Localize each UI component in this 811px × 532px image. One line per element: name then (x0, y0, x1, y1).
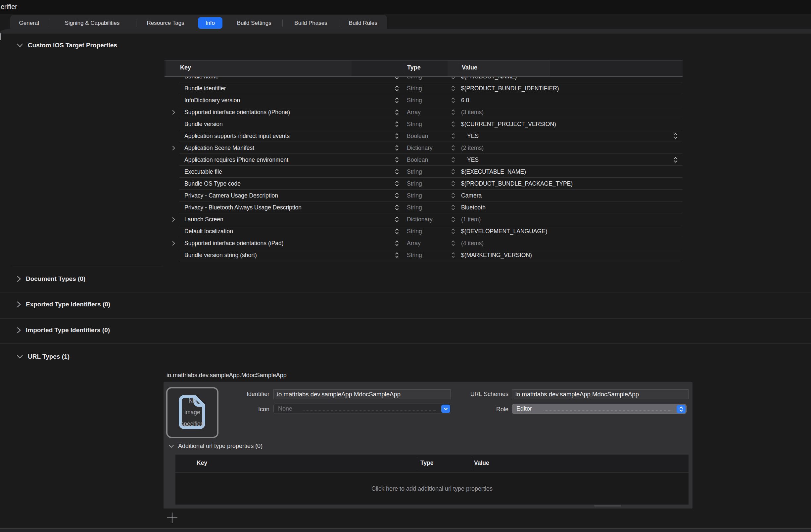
property-key[interactable]: Privacy - Camera Usage Description (184, 192, 278, 199)
section-document-types[interactable]: Document Types (0) (17, 275, 86, 283)
property-key[interactable]: Supported interface orientations (iPad) (184, 240, 284, 247)
property-type[interactable]: String (407, 85, 422, 92)
property-key[interactable]: Privacy - Bluetooth Always Usage Descrip… (184, 204, 302, 211)
property-type[interactable]: Array (407, 109, 421, 116)
type-stepper-icon[interactable] (451, 227, 455, 237)
type-stepper-icon[interactable] (451, 203, 455, 213)
add-url-type-button[interactable] (167, 512, 178, 523)
property-key[interactable]: Executable file (184, 168, 222, 175)
additional-url-type-properties-header[interactable]: Additional url type properties (0) (168, 443, 262, 450)
property-type[interactable]: String (407, 228, 422, 235)
section-exported-type-identifiers[interactable]: Exported Type Identifiers (0) (17, 301, 110, 308)
property-row[interactable]: Bundle identifierString$(PRODUCT_BUNDLE_… (165, 82, 683, 94)
popup-updown-button[interactable] (677, 405, 686, 413)
chevron-right-icon[interactable] (17, 327, 21, 333)
property-row[interactable]: Bundle OS Type codeString$(PRODUCT_BUNDL… (165, 178, 683, 190)
property-row[interactable]: Application Scene ManifestDictionary(2 i… (165, 142, 683, 154)
property-row[interactable]: Application requires iPhone environmentB… (165, 154, 683, 166)
key-stepper-icon[interactable] (395, 132, 399, 141)
chevron-right-icon[interactable] (17, 301, 21, 308)
key-stepper-icon[interactable] (395, 203, 399, 213)
type-stepper-icon[interactable] (451, 77, 455, 82)
tab-info[interactable]: Info (198, 17, 223, 29)
property-key[interactable]: Application requires iPhone environment (184, 156, 288, 163)
property-row[interactable]: Launch ScreenDictionary(1 item) (165, 214, 683, 225)
property-key[interactable]: Application Scene Manifest (184, 144, 254, 152)
key-stepper-icon[interactable] (395, 156, 399, 165)
key-stepper-icon[interactable] (395, 144, 399, 153)
property-key[interactable]: Bundle version (184, 121, 223, 128)
property-type[interactable]: String (407, 252, 422, 259)
property-key[interactable]: Bundle version string (short) (184, 252, 257, 259)
type-stepper-icon[interactable] (451, 108, 455, 118)
url-schemes-field[interactable]: io.mattrlabs.dev.sampleApp.MdocSampleApp (512, 389, 689, 399)
property-row[interactable]: Application supports indirect input even… (165, 130, 683, 142)
section-url-types[interactable]: URL Types (1) (17, 353, 70, 360)
key-stepper-icon[interactable] (395, 215, 399, 225)
type-stepper-icon[interactable] (451, 120, 455, 129)
property-type[interactable]: Boolean (407, 156, 428, 163)
role-popup-button[interactable]: Editor (512, 404, 687, 414)
value-stepper-icon[interactable] (674, 156, 678, 165)
value-stepper-icon[interactable] (674, 132, 678, 141)
property-type[interactable]: Dictionary (407, 216, 433, 223)
key-stepper-icon[interactable] (395, 84, 399, 94)
key-stepper-icon[interactable] (395, 251, 399, 260)
property-type[interactable]: String (407, 204, 422, 211)
section-custom-ios-target-properties[interactable]: Custom iOS Target Properties (17, 42, 117, 49)
type-stepper-icon[interactable] (451, 191, 455, 201)
property-row[interactable]: Executable fileString$(EXECUTABLE_NAME) (165, 166, 683, 178)
property-type[interactable]: String (407, 180, 422, 187)
key-stepper-icon[interactable] (395, 120, 399, 129)
key-stepper-icon[interactable] (395, 227, 399, 237)
property-type[interactable]: Dictionary (407, 144, 433, 152)
property-value[interactable]: $(MARKETING_VERSION) (461, 252, 532, 259)
chevron-down-icon[interactable] (168, 444, 174, 448)
type-stepper-icon[interactable] (451, 179, 455, 189)
additional-properties-empty-area[interactable]: Click here to add additional url type pr… (175, 473, 689, 504)
key-stepper-icon[interactable] (395, 77, 399, 82)
property-value[interactable]: 6.0 (461, 97, 469, 104)
property-value[interactable]: $(PRODUCT_BUNDLE_PACKAGE_TYPE) (461, 180, 573, 187)
property-value[interactable]: (2 items) (461, 144, 484, 152)
property-type[interactable]: String (407, 77, 422, 80)
type-stepper-icon[interactable] (451, 215, 455, 225)
property-type[interactable]: String (407, 168, 422, 175)
key-stepper-icon[interactable] (395, 108, 399, 118)
property-row[interactable]: Bundle version string (short)String$(MAR… (165, 249, 683, 261)
property-type[interactable]: Array (407, 240, 421, 247)
chevron-down-icon[interactable] (17, 354, 23, 359)
disclosure-chevron-icon[interactable] (172, 217, 175, 224)
icon-combo-box[interactable]: None (273, 404, 451, 414)
property-type[interactable]: String (407, 121, 422, 128)
key-stepper-icon[interactable] (395, 239, 399, 249)
property-value[interactable]: $(PRODUCT_NAME) (461, 77, 517, 80)
chevron-down-icon[interactable] (17, 43, 23, 48)
property-row[interactable]: Default localizationString$(DEVELOPMENT_… (165, 225, 683, 237)
property-type[interactable]: Boolean (407, 133, 428, 140)
property-type[interactable]: String (407, 97, 422, 104)
key-stepper-icon[interactable] (395, 191, 399, 201)
disclosure-chevron-icon[interactable] (172, 145, 175, 152)
key-stepper-icon[interactable] (395, 179, 399, 189)
property-value[interactable]: Camera (461, 192, 481, 199)
property-key[interactable]: Default localization (184, 228, 233, 235)
key-stepper-icon[interactable] (395, 168, 399, 177)
property-key[interactable]: Application supports indirect input even… (184, 133, 290, 140)
property-value[interactable]: YES (467, 133, 479, 140)
type-stepper-icon[interactable] (451, 96, 455, 106)
property-type[interactable]: String (407, 192, 422, 199)
type-stepper-icon[interactable] (451, 239, 455, 249)
column-separator[interactable] (459, 63, 459, 74)
property-key[interactable]: Bundle name (184, 77, 218, 80)
disclosure-chevron-icon[interactable] (172, 110, 175, 116)
property-value[interactable]: (1 item) (461, 216, 481, 223)
type-stepper-icon[interactable] (451, 84, 455, 94)
property-row[interactable]: Supported interface orientations (iPad)A… (165, 237, 683, 249)
property-row[interactable]: Supported interface orientations (iPhone… (165, 106, 683, 118)
property-value[interactable]: Bluetooth (461, 204, 486, 211)
property-key[interactable]: Supported interface orientations (iPhone… (184, 109, 290, 116)
disclosure-chevron-icon[interactable] (172, 240, 175, 248)
property-value[interactable]: (4 items) (461, 240, 484, 247)
property-key[interactable]: InfoDictionary version (184, 97, 240, 104)
